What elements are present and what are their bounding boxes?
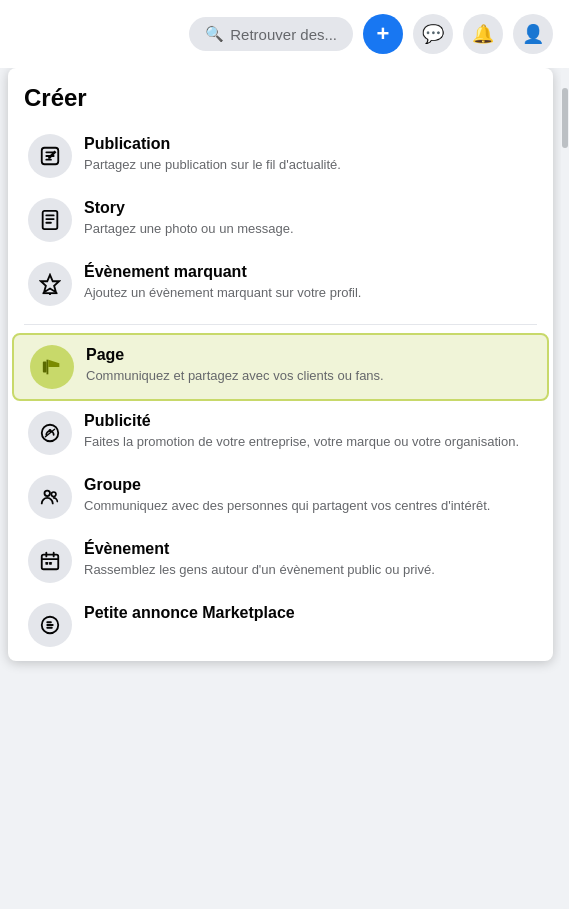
publication-text: Publication Partagez une publication sur…: [84, 134, 341, 174]
story-desc: Partagez une photo ou un message.: [84, 220, 294, 238]
publicite-icon: [28, 411, 72, 455]
menu-item-evenement-marquant[interactable]: Évènement marquant Ajoutez un évènement …: [12, 252, 549, 316]
search-button[interactable]: 🔍 Retrouver des...: [189, 17, 353, 51]
story-text: Story Partagez une photo ou un message.: [84, 198, 294, 238]
svg-point-11: [51, 492, 56, 497]
notifications-button[interactable]: 🔔: [463, 14, 503, 54]
svg-marker-2: [41, 275, 59, 292]
messenger-icon: 💬: [422, 23, 444, 45]
publicite-desc: Faites la promotion de votre entreprise,…: [84, 433, 519, 451]
menu-item-publicite[interactable]: Publicité Faites la promotion de votre e…: [12, 401, 549, 465]
page-text: Page Communiquez et partagez avec vos cl…: [86, 345, 384, 385]
divider-1: [24, 324, 537, 325]
evenement-marquant-title: Évènement marquant: [84, 262, 361, 283]
evenement-text: Évènement Rassemblez les gens autour d'u…: [84, 539, 435, 579]
evenement-desc: Rassemblez les gens autour d'un évènemen…: [84, 561, 435, 579]
publication-icon: [28, 134, 72, 178]
menu-item-petite-annonce[interactable]: Petite annonce Marketplace: [12, 593, 549, 657]
petite-annonce-title: Petite annonce Marketplace: [84, 603, 295, 624]
menu-item-evenement[interactable]: Évènement Rassemblez les gens autour d'u…: [12, 529, 549, 593]
svg-rect-6: [47, 360, 49, 375]
search-label: Retrouver des...: [230, 26, 337, 43]
avatar-icon: 👤: [522, 23, 544, 45]
create-plus-button[interactable]: +: [363, 14, 403, 54]
petite-annonce-text: Petite annonce Marketplace: [84, 603, 295, 624]
svg-point-9: [49, 429, 52, 432]
svg-rect-16: [45, 562, 48, 565]
evenement-marquant-desc: Ajoutez un évènement marquant sur votre …: [84, 284, 361, 302]
groupe-text: Groupe Communiquez avec des personnes qu…: [84, 475, 490, 515]
svg-point-10: [45, 491, 51, 497]
groupe-desc: Communiquez avec des personnes qui parta…: [84, 497, 490, 515]
petite-annonce-icon: [28, 603, 72, 647]
groupe-title: Groupe: [84, 475, 490, 496]
evenement-marquant-text: Évènement marquant Ajoutez un évènement …: [84, 262, 361, 302]
plus-icon: +: [377, 21, 390, 47]
create-menu-panel: Créer Publication Partagez une publicati…: [8, 68, 553, 661]
svg-rect-12: [42, 555, 59, 570]
menu-item-page[interactable]: Page Communiquez et partagez avec vos cl…: [12, 333, 549, 401]
panel-title: Créer: [8, 80, 553, 124]
publicite-text: Publicité Faites la promotion de votre e…: [84, 411, 519, 451]
publication-title: Publication: [84, 134, 341, 155]
evenement-title: Évènement: [84, 539, 435, 560]
svg-rect-17: [49, 562, 52, 565]
evenement-icon: [28, 539, 72, 583]
menu-item-groupe[interactable]: Groupe Communiquez avec des personnes qu…: [12, 465, 549, 529]
create-menu-wrapper: Créer Publication Partagez une publicati…: [8, 68, 569, 909]
groupe-icon: [28, 475, 72, 519]
page-icon: [30, 345, 74, 389]
search-icon: 🔍: [205, 25, 224, 43]
scroll-thumb[interactable]: [562, 88, 568, 148]
topbar: 🔍 Retrouver des... + 💬 🔔 👤: [0, 0, 569, 68]
svg-rect-5: [43, 362, 47, 373]
menu-item-story[interactable]: Story Partagez une photo ou un message.: [12, 188, 549, 252]
page-desc: Communiquez et partagez avec vos clients…: [86, 367, 384, 385]
svg-marker-7: [48, 360, 59, 367]
page-title: Page: [86, 345, 384, 366]
publication-desc: Partagez une publication sur le fil d'ac…: [84, 156, 341, 174]
menu-item-publication[interactable]: Publication Partagez une publication sur…: [12, 124, 549, 188]
profile-button[interactable]: 👤: [513, 14, 553, 54]
messenger-button[interactable]: 💬: [413, 14, 453, 54]
story-title: Story: [84, 198, 294, 219]
story-icon: [28, 198, 72, 242]
evenement-marquant-icon: [28, 262, 72, 306]
bell-icon: 🔔: [472, 23, 494, 45]
scrollbar[interactable]: [561, 68, 569, 909]
publicite-title: Publicité: [84, 411, 519, 432]
